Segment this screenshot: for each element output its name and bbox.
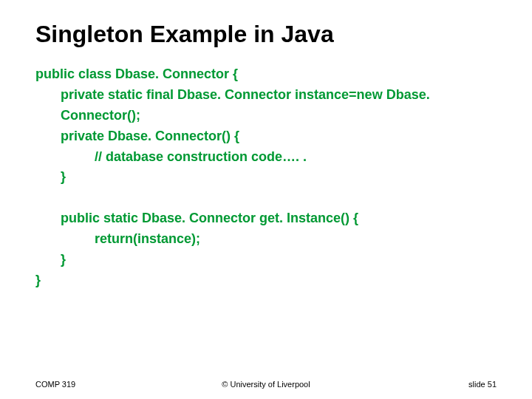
slide-title: Singleton Example in Java (35, 21, 497, 48)
slide-content: Singleton Example in Java public class D… (0, 0, 532, 291)
footer-course: COMP 319 (35, 380, 189, 389)
code-line: private static final Dbase. Connector in… (35, 85, 497, 126)
code-line: return(instance); (35, 229, 497, 250)
footer: COMP 319 © University of Liverpool slide… (0, 380, 532, 389)
footer-slide-number: slide 51 (343, 380, 497, 389)
code-line: } (35, 167, 497, 188)
code-line: // database construction code…. . (35, 147, 497, 168)
code-line: public class Dbase. Connector { (35, 64, 497, 85)
code-line: private Dbase. Connector() { (35, 126, 497, 147)
code-line: public static Dbase. Connector get. Inst… (35, 208, 497, 229)
code-block: public class Dbase. Connector { private … (35, 64, 497, 291)
code-line: } (35, 270, 497, 291)
code-line: } (35, 250, 497, 270)
footer-copyright: © University of Liverpool (189, 380, 343, 389)
blank-line (35, 188, 497, 208)
